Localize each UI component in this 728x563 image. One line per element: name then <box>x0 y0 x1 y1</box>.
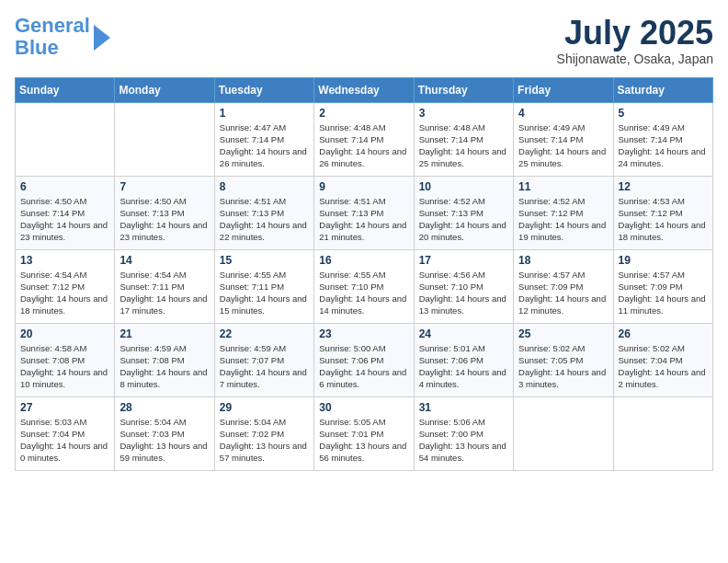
day-number: 2 <box>319 107 408 120</box>
weekday-header: Tuesday <box>214 77 313 102</box>
cell-info: Sunrise: 4:55 AM Sunset: 7:11 PM Dayligh… <box>220 269 309 317</box>
calendar-cell: 8Sunrise: 4:51 AM Sunset: 7:13 PM Daylig… <box>214 176 313 249</box>
calendar-week-row: 13Sunrise: 4:54 AM Sunset: 7:12 PM Dayli… <box>16 249 713 323</box>
cell-info: Sunrise: 4:56 AM Sunset: 7:10 PM Dayligh… <box>419 269 508 317</box>
day-number: 8 <box>220 180 309 193</box>
day-number: 11 <box>518 180 608 193</box>
calendar-cell: 14Sunrise: 4:54 AM Sunset: 7:11 PM Dayli… <box>115 249 214 323</box>
cell-info: Sunrise: 4:59 AM Sunset: 7:08 PM Dayligh… <box>119 342 209 391</box>
cell-info: Sunrise: 4:52 AM Sunset: 7:12 PM Dayligh… <box>518 195 608 244</box>
day-number: 13 <box>20 254 109 267</box>
calendar-cell: 28Sunrise: 5:04 AM Sunset: 7:03 PM Dayli… <box>115 396 214 470</box>
calendar-cell: 19Sunrise: 4:57 AM Sunset: 7:09 PM Dayli… <box>613 249 712 323</box>
day-number: 26 <box>619 327 708 340</box>
cell-info: Sunrise: 4:49 AM Sunset: 7:14 PM Dayligh… <box>518 121 608 170</box>
calendar-cell: 5Sunrise: 4:49 AM Sunset: 7:14 PM Daylig… <box>613 102 712 176</box>
day-number: 1 <box>220 107 309 120</box>
calendar-cell: 18Sunrise: 4:57 AM Sunset: 7:09 PM Dayli… <box>514 249 613 323</box>
day-number: 18 <box>518 254 608 267</box>
calendar-cell: 15Sunrise: 4:55 AM Sunset: 7:11 PM Dayli… <box>214 249 313 323</box>
day-number: 9 <box>319 180 408 193</box>
calendar-table: SundayMondayTuesdayWednesdayThursdayFrid… <box>15 77 713 471</box>
calendar-week-row: 27Sunrise: 5:03 AM Sunset: 7:04 PM Dayli… <box>16 396 713 470</box>
calendar-cell: 20Sunrise: 4:58 AM Sunset: 7:08 PM Dayli… <box>16 323 115 396</box>
calendar-cell: 23Sunrise: 5:00 AM Sunset: 7:06 PM Dayli… <box>314 323 414 396</box>
calendar-cell: 27Sunrise: 5:03 AM Sunset: 7:04 PM Dayli… <box>16 396 115 470</box>
calendar-cell: 13Sunrise: 4:54 AM Sunset: 7:12 PM Dayli… <box>16 249 115 323</box>
location-subtitle: Shijonawate, Osaka, Japan <box>557 52 713 66</box>
cell-info: Sunrise: 4:58 AM Sunset: 7:08 PM Dayligh… <box>20 342 109 391</box>
cell-info: Sunrise: 5:02 AM Sunset: 7:04 PM Dayligh… <box>619 342 708 391</box>
page-header: General Blue July 2025 Shijonawate, Osak… <box>15 15 713 66</box>
weekday-header: Monday <box>115 77 214 102</box>
cell-info: Sunrise: 4:49 AM Sunset: 7:14 PM Dayligh… <box>619 121 708 170</box>
calendar-cell <box>613 396 712 470</box>
calendar-cell: 31Sunrise: 5:06 AM Sunset: 7:00 PM Dayli… <box>414 396 513 470</box>
cell-info: Sunrise: 5:04 AM Sunset: 7:02 PM Dayligh… <box>220 416 309 465</box>
calendar-cell: 25Sunrise: 5:02 AM Sunset: 7:05 PM Dayli… <box>514 323 613 396</box>
logo-arrow-icon <box>94 25 110 51</box>
cell-info: Sunrise: 4:59 AM Sunset: 7:07 PM Dayligh… <box>220 342 309 391</box>
calendar-cell: 3Sunrise: 4:48 AM Sunset: 7:14 PM Daylig… <box>414 102 513 176</box>
cell-info: Sunrise: 5:06 AM Sunset: 7:00 PM Dayligh… <box>419 416 508 465</box>
weekday-header: Friday <box>514 77 613 102</box>
cell-info: Sunrise: 4:50 AM Sunset: 7:13 PM Dayligh… <box>119 195 209 244</box>
day-number: 7 <box>119 180 209 193</box>
weekday-header-row: SundayMondayTuesdayWednesdayThursdayFrid… <box>16 77 713 102</box>
calendar-cell: 11Sunrise: 4:52 AM Sunset: 7:12 PM Dayli… <box>514 176 613 249</box>
day-number: 12 <box>619 180 708 193</box>
cell-info: Sunrise: 4:52 AM Sunset: 7:13 PM Dayligh… <box>419 195 508 244</box>
day-number: 22 <box>220 327 309 340</box>
cell-info: Sunrise: 4:51 AM Sunset: 7:13 PM Dayligh… <box>220 195 309 244</box>
logo-line2: Blue <box>15 36 59 59</box>
cell-info: Sunrise: 5:05 AM Sunset: 7:01 PM Dayligh… <box>319 416 408 465</box>
calendar-cell <box>16 102 115 176</box>
day-number: 6 <box>20 180 109 193</box>
day-number: 20 <box>20 327 109 340</box>
day-number: 14 <box>119 254 209 267</box>
day-number: 21 <box>119 327 209 340</box>
cell-info: Sunrise: 4:57 AM Sunset: 7:09 PM Dayligh… <box>518 269 608 317</box>
cell-info: Sunrise: 4:50 AM Sunset: 7:14 PM Dayligh… <box>20 195 109 244</box>
calendar-cell: 24Sunrise: 5:01 AM Sunset: 7:06 PM Dayli… <box>414 323 513 396</box>
day-number: 16 <box>319 254 408 267</box>
calendar-cell: 22Sunrise: 4:59 AM Sunset: 7:07 PM Dayli… <box>214 323 313 396</box>
day-number: 29 <box>220 401 309 414</box>
calendar-week-row: 6Sunrise: 4:50 AM Sunset: 7:14 PM Daylig… <box>16 176 713 249</box>
title-block: July 2025 Shijonawate, Osaka, Japan <box>557 15 713 66</box>
cell-info: Sunrise: 4:55 AM Sunset: 7:10 PM Dayligh… <box>319 269 408 317</box>
weekday-header: Saturday <box>613 77 712 102</box>
calendar-cell: 10Sunrise: 4:52 AM Sunset: 7:13 PM Dayli… <box>414 176 513 249</box>
cell-info: Sunrise: 4:51 AM Sunset: 7:13 PM Dayligh… <box>319 195 408 244</box>
calendar-cell: 26Sunrise: 5:02 AM Sunset: 7:04 PM Dayli… <box>613 323 712 396</box>
cell-info: Sunrise: 4:47 AM Sunset: 7:14 PM Dayligh… <box>220 121 309 170</box>
calendar-cell: 4Sunrise: 4:49 AM Sunset: 7:14 PM Daylig… <box>514 102 613 176</box>
day-number: 28 <box>119 401 209 414</box>
cell-info: Sunrise: 5:01 AM Sunset: 7:06 PM Dayligh… <box>419 342 508 391</box>
cell-info: Sunrise: 5:00 AM Sunset: 7:06 PM Dayligh… <box>319 342 408 391</box>
calendar-cell <box>115 102 214 176</box>
logo-line1: General <box>15 14 90 37</box>
cell-info: Sunrise: 4:53 AM Sunset: 7:12 PM Dayligh… <box>619 195 708 244</box>
day-number: 27 <box>20 401 109 414</box>
calendar-cell: 12Sunrise: 4:53 AM Sunset: 7:12 PM Dayli… <box>613 176 712 249</box>
day-number: 15 <box>220 254 309 267</box>
cell-info: Sunrise: 4:57 AM Sunset: 7:09 PM Dayligh… <box>619 269 708 317</box>
calendar-week-row: 1Sunrise: 4:47 AM Sunset: 7:14 PM Daylig… <box>16 102 713 176</box>
day-number: 19 <box>619 254 708 267</box>
calendar-cell: 16Sunrise: 4:55 AM Sunset: 7:10 PM Dayli… <box>314 249 414 323</box>
day-number: 30 <box>319 401 408 414</box>
day-number: 24 <box>419 327 508 340</box>
cell-info: Sunrise: 4:54 AM Sunset: 7:12 PM Dayligh… <box>20 269 109 317</box>
day-number: 25 <box>518 327 608 340</box>
day-number: 10 <box>419 180 508 193</box>
cell-info: Sunrise: 5:04 AM Sunset: 7:03 PM Dayligh… <box>119 416 209 465</box>
cell-info: Sunrise: 5:02 AM Sunset: 7:05 PM Dayligh… <box>518 342 608 391</box>
calendar-cell: 9Sunrise: 4:51 AM Sunset: 7:13 PM Daylig… <box>314 176 414 249</box>
calendar-week-row: 20Sunrise: 4:58 AM Sunset: 7:08 PM Dayli… <box>16 323 713 396</box>
calendar-cell: 29Sunrise: 5:04 AM Sunset: 7:02 PM Dayli… <box>214 396 313 470</box>
calendar-cell: 7Sunrise: 4:50 AM Sunset: 7:13 PM Daylig… <box>115 176 214 249</box>
weekday-header: Thursday <box>414 77 513 102</box>
calendar-cell: 6Sunrise: 4:50 AM Sunset: 7:14 PM Daylig… <box>16 176 115 249</box>
day-number: 5 <box>619 107 708 120</box>
